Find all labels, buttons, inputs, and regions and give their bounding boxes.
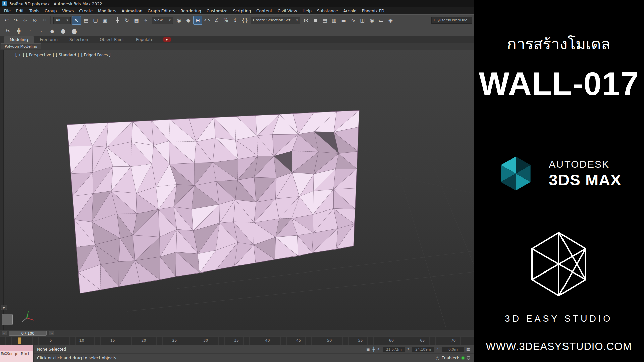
select-object-icon[interactable]: ↖ xyxy=(72,16,81,25)
select-and-place-icon[interactable]: ⌖ xyxy=(141,16,150,25)
viewport-menu-segment[interactable]: [ + ] xyxy=(15,53,24,57)
falloff-dot-small-icon[interactable]: • xyxy=(37,26,46,35)
tab-freeform[interactable]: Freeform xyxy=(34,36,63,43)
titlebar[interactable]: 3 3เหลี่ยม 3D poly.max - Autodesk 3ds Ma… xyxy=(0,0,474,7)
menu-item[interactable]: Create xyxy=(76,8,95,14)
falloff-circle-medium-icon[interactable]: ● xyxy=(59,26,68,35)
viewport-canvas[interactable] xyxy=(0,50,474,330)
status-bar: MAXScript Mini None Selected ▣ ╋ X: 21.5… xyxy=(0,345,474,362)
previous-frame-button[interactable]: < xyxy=(2,331,7,335)
next-frame-button[interactable]: > xyxy=(49,331,54,335)
tab-object-paint[interactable]: Object Paint xyxy=(94,36,130,43)
reference-coordinate-dropdown[interactable]: View▼ xyxy=(152,17,173,24)
menu-item[interactable]: Arnold xyxy=(341,8,359,14)
snaps-toggle-icon[interactable]: 2.5 xyxy=(203,16,212,25)
render-production-icon[interactable]: ◉ xyxy=(386,16,395,25)
tab-populate[interactable]: Populate xyxy=(130,36,159,43)
select-and-rotate-icon[interactable]: ↻ xyxy=(122,16,131,25)
menu-item[interactable]: Customize xyxy=(204,8,230,14)
falloff-dot-tiny-icon[interactable]: • xyxy=(25,26,35,35)
layer-explorer-icon[interactable]: ▤ xyxy=(320,16,329,25)
tab-selection[interactable]: Selection xyxy=(64,36,94,43)
menu-item[interactable]: File xyxy=(1,8,13,14)
bind-to-spacewarp-icon[interactable]: ≈ xyxy=(40,16,49,25)
maxscript-mini-listener[interactable]: MAXScript Mini xyxy=(0,345,34,362)
rendered-frame-window-icon[interactable]: ▭ xyxy=(377,16,386,25)
window-crossing-icon[interactable]: ▣ xyxy=(100,16,109,25)
expand-arrow-button[interactable]: ▶ xyxy=(1,305,7,310)
viewport-menu-segment[interactable]: [ Standard ] xyxy=(56,53,79,57)
menu-item[interactable]: Substance xyxy=(314,8,341,14)
angle-snap-icon[interactable]: ∠ xyxy=(212,16,221,25)
tab-modeling[interactable]: Modeling xyxy=(4,36,34,43)
menu-item[interactable]: Views xyxy=(59,8,76,14)
select-and-scale-icon[interactable]: ▦ xyxy=(132,16,141,25)
video-help-icon[interactable]: ▶ xyxy=(163,37,171,42)
perspective-viewport[interactable]: [ + ][ Perspective ][ Standard ][ Edged … xyxy=(0,50,474,330)
axis-constraint-icon[interactable]: ╬ xyxy=(14,26,23,35)
frame-tick-label: 15 xyxy=(97,338,128,343)
undo-icon[interactable]: ↶ xyxy=(2,16,11,25)
material-slot[interactable] xyxy=(2,314,13,325)
menu-item[interactable]: Edit xyxy=(13,8,26,14)
grid-display-icon[interactable]: ▦ xyxy=(466,347,470,352)
menu-item[interactable]: Scripting xyxy=(230,8,254,14)
keyboard-shortcut-override-icon[interactable]: ⊞ xyxy=(193,16,202,25)
menu-item[interactable]: Group xyxy=(42,8,60,14)
adaptive-degradation-icon[interactable] xyxy=(467,356,470,360)
edit-named-selection-sets-icon[interactable]: {} xyxy=(240,16,249,25)
viewport-menu-segment[interactable]: [ Perspective ] xyxy=(26,53,54,57)
render-setup-icon[interactable]: ◉ xyxy=(367,16,376,25)
select-and-link-icon[interactable]: ∞ xyxy=(21,16,30,25)
z-coord-label: Z: xyxy=(436,347,440,351)
align-icon[interactable]: ≡ xyxy=(311,16,320,25)
select-by-name-icon[interactable]: ▤ xyxy=(82,16,91,25)
menu-item[interactable]: Graph Editors xyxy=(145,8,178,14)
ribbon-tab-bar: ModelingFreeformSelectionObject PaintPop… xyxy=(0,36,474,43)
redo-icon[interactable]: ↷ xyxy=(11,16,20,25)
menu-item[interactable]: Modifiers xyxy=(95,8,119,14)
unlink-selection-icon[interactable]: ⊘ xyxy=(30,16,39,25)
maxscript-mini-input[interactable]: MAXScript Mini xyxy=(0,351,33,362)
schematic-view-icon[interactable]: ◫ xyxy=(358,16,367,25)
maxscript-mini-top[interactable] xyxy=(0,345,33,351)
cut-tool-icon[interactable]: ✂ xyxy=(3,26,12,35)
scene-explorer-icon[interactable]: ▥ xyxy=(330,16,339,25)
time-slider[interactable]: < 0 / 100 > xyxy=(0,330,474,336)
named-selection-set-dropdown[interactable]: Create Selection Set▼ xyxy=(251,17,300,24)
rectangular-selection-icon[interactable]: ▢ xyxy=(91,16,100,25)
select-and-move-icon[interactable]: ╋ xyxy=(113,16,122,25)
toggle-ribbon-icon[interactable]: ▬ xyxy=(339,16,348,25)
curve-editor-icon[interactable]: ∿ xyxy=(348,16,358,25)
viewport-menu-segment[interactable]: [ Edged Faces ] xyxy=(81,53,110,57)
y-coord-field[interactable]: 24.109m xyxy=(412,347,434,352)
selection-filter-dropdown[interactable]: All▼ xyxy=(53,17,71,24)
select-and-manipulate-icon[interactable]: ◆ xyxy=(184,16,193,25)
current-frame-marker[interactable] xyxy=(18,337,21,344)
time-slider-handle[interactable]: 0 / 100 xyxy=(9,331,47,336)
menu-item[interactable]: Help xyxy=(300,8,314,14)
spinner-snap-icon[interactable]: ↕ xyxy=(231,16,240,25)
project-path-field[interactable]: C:\Users\User\Doc xyxy=(431,17,472,24)
mirror-icon[interactable]: ⋈ xyxy=(302,16,311,25)
menu-item[interactable]: Phoenix FD xyxy=(359,8,387,14)
falloff-circle-icon[interactable]: ● xyxy=(48,26,57,35)
frame-tick-label: 45 xyxy=(283,338,314,343)
track-bar[interactable]: 510152025303540455055606570 xyxy=(0,337,474,345)
falloff-circle-large-icon[interactable]: ● xyxy=(70,26,79,35)
menu-item[interactable]: Content xyxy=(254,8,275,14)
transform-typein-icon[interactable]: ╋ xyxy=(372,347,375,352)
x-coord-field[interactable]: 21.572m xyxy=(383,347,405,352)
time-tag-icon[interactable]: ◷ xyxy=(436,355,439,360)
enabled-status-dot[interactable] xyxy=(461,356,465,360)
percent-snap-icon[interactable]: % xyxy=(221,16,230,25)
z-coord-field[interactable]: 0.0m xyxy=(442,347,464,352)
menu-item[interactable]: Rendering xyxy=(178,8,204,14)
menu-item[interactable]: Tools xyxy=(26,8,42,14)
frame-tick-label: 30 xyxy=(190,338,221,343)
selection-lock-icon[interactable]: ▣ xyxy=(366,347,370,352)
polygon-modeling-panel[interactable]: Polygon Modeling xyxy=(1,43,41,49)
menu-item[interactable]: Civil View xyxy=(275,8,300,14)
use-pivot-point-center-icon[interactable]: ◉ xyxy=(174,16,183,25)
menu-item[interactable]: Animation xyxy=(119,8,145,14)
